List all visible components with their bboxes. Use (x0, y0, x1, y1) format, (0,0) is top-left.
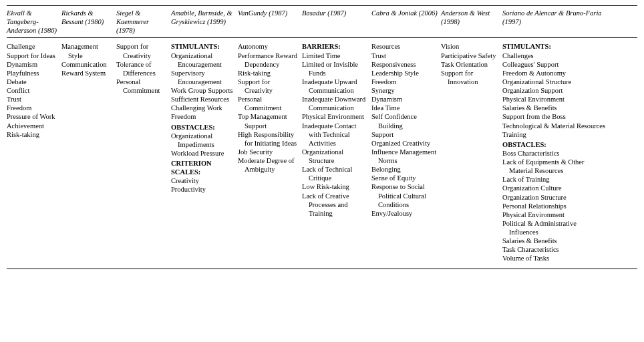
list-item: Resources (371, 42, 438, 51)
list-item: Organizational Encouragement (171, 51, 235, 69)
col-body: Autonomy Performance Reward Dependency R… (238, 39, 302, 265)
list-item: Dynamism (7, 60, 59, 69)
col-body: Management Style Communication Reward Sy… (61, 39, 116, 265)
list-item: Vision (441, 42, 500, 51)
list-item: Boss Characteristics (502, 149, 607, 158)
list-item: Trust (371, 51, 438, 60)
list-item: Personal Commitment (238, 95, 299, 112)
list-item: Support for Ideas (7, 51, 59, 60)
col-header: VanGundy (1987) (238, 6, 302, 37)
col-header: Basadur (1987) (302, 6, 371, 37)
list-item: Pressure of Work (7, 112, 59, 121)
list-item: Organization Structure (502, 193, 607, 202)
list-item: Inadequate Downward Communication (302, 95, 369, 112)
section-heading: CRITERION SCALES: (171, 159, 235, 176)
list-item: Sufficient Resources (171, 95, 235, 104)
list-item: Dynamism (371, 95, 438, 104)
list-item: Debate (7, 77, 59, 86)
list-item: Self Confidence Building (371, 112, 438, 130)
list-item: Participative Safety (441, 51, 500, 60)
list-item: Lack of Creative Processes and Training (302, 192, 369, 218)
list-item: Challenging Work (171, 104, 235, 112)
list-item: Work Group Supports (171, 86, 235, 95)
list-item: Organizational Structure (302, 148, 369, 165)
col-header: Soriano de Alencar & Bruno-Faria (1997) (502, 6, 609, 37)
list-item: Sense of Equity (371, 174, 438, 182)
section-heading: OBSTACLES: (502, 140, 607, 149)
list-item: Lack of Equipments & Other Material Reso… (502, 158, 607, 175)
list-item: Personal Relationships (502, 202, 607, 210)
list-item: Physical Environment (502, 95, 607, 104)
section-heading: STIMULANTS: (171, 42, 235, 51)
list-item: Salaries & Benefits (502, 236, 607, 245)
col-body: STIMULANTS: Challenges Colleagues' Suppo… (502, 39, 609, 265)
list-item: Inadequate Upward Communication (302, 77, 369, 95)
list-item: Limited or Invisible Funds (302, 60, 369, 77)
col-body: BARRIERS: Limited Time Limited or Invisi… (302, 39, 371, 265)
list-item: Freedom & Autonomy (502, 69, 607, 77)
list-item: Support for Innovation (441, 69, 500, 86)
list-item: Freedom (171, 112, 235, 121)
list-item: Physical Environment (502, 210, 607, 219)
list-item: Reward System (61, 69, 114, 77)
list-item: Freedom (7, 104, 59, 112)
col-header: Amabile, Burnside, & Gryskiewicz (1999) (171, 6, 238, 37)
list-item: Support for Creativity (238, 77, 299, 95)
list-item: Lack of Training (502, 175, 607, 184)
list-item: Response to Social Political Cultural Co… (371, 182, 438, 208)
section-heading: OBSTACLES: (171, 123, 235, 132)
list-item: Challenge (7, 42, 59, 51)
list-item: Organization Support (502, 86, 607, 95)
list-item: Influence Management Norms (371, 148, 438, 165)
table-body-row: Challenge Support for Ideas Dynamism Pla… (7, 38, 637, 268)
list-item: Top Management Support (238, 112, 299, 130)
list-item: Task Orientation (441, 60, 500, 69)
list-item: Trust (7, 95, 59, 104)
list-item: Physical Environment (302, 112, 369, 121)
list-item: Supervisory Encouragement (171, 69, 235, 86)
section-heading: BARRIERS: (302, 42, 369, 51)
list-item: Moderate Degree of Ambiguity (238, 156, 299, 174)
list-item: Limited Time (302, 51, 369, 60)
list-item: Organizational Impediments (171, 132, 235, 149)
col-header: Ekvall & Tangeberg-Andersson (1986) (7, 6, 61, 37)
col-header: Anderson & West (1998) (441, 6, 502, 37)
list-item: Productivity (171, 185, 235, 194)
list-item: Communication (61, 60, 114, 69)
list-item: Support from the Boss (502, 112, 607, 121)
list-item: Lack of Technical Critique (302, 165, 369, 182)
list-item: Task Characteristics (502, 245, 607, 254)
list-item: Training (502, 130, 607, 139)
list-item: Organized Creativity (371, 139, 438, 148)
list-item: Salaries & Benefits (502, 104, 607, 112)
list-item: Synergy (371, 86, 438, 95)
list-item: High Responsibility for Initiating Ideas (238, 130, 299, 148)
col-header: Siegel & Kaemmerer (1978) (116, 6, 171, 37)
list-item: Tolerance of Differences (116, 60, 168, 77)
list-item: Playfulness (7, 69, 59, 77)
list-item: Achievement (7, 122, 59, 130)
list-item: Leadership Style (371, 69, 438, 77)
section-heading: STIMULANTS: (502, 42, 607, 51)
list-item: Belonging (371, 165, 438, 174)
list-item: Autonomy (238, 42, 299, 51)
list-item: Support (371, 130, 438, 139)
col-body: STIMULANTS: Organizational Encouragement… (171, 39, 238, 265)
list-item: Low Risk-taking (302, 182, 369, 191)
list-item: Job Security (238, 148, 299, 156)
list-item: Support for Creativity (116, 42, 168, 59)
table-header-row: Ekvall & Tangeberg-Andersson (1986) Rick… (7, 6, 637, 38)
list-item: Responsiveness (371, 60, 438, 69)
list-item: Risk-taking (7, 130, 59, 139)
list-item: Inadequate Contact with Technical Activi… (302, 122, 369, 148)
list-item: Creativity (171, 176, 235, 185)
list-item: Technological & Material Resources (502, 122, 607, 130)
col-body: Vision Participative Safety Task Orienta… (441, 39, 502, 265)
col-body: Resources Trust Responsiveness Leadershi… (371, 39, 441, 265)
list-item: Colleagues' Support (502, 60, 607, 69)
list-item: Workload Pressure (171, 149, 235, 158)
list-item: Volume of Tasks (502, 254, 607, 263)
list-item: Organizational Structure (502, 77, 607, 86)
list-item: Envy/Jealousy (371, 209, 438, 218)
list-item: Personal Commitment (116, 77, 168, 95)
